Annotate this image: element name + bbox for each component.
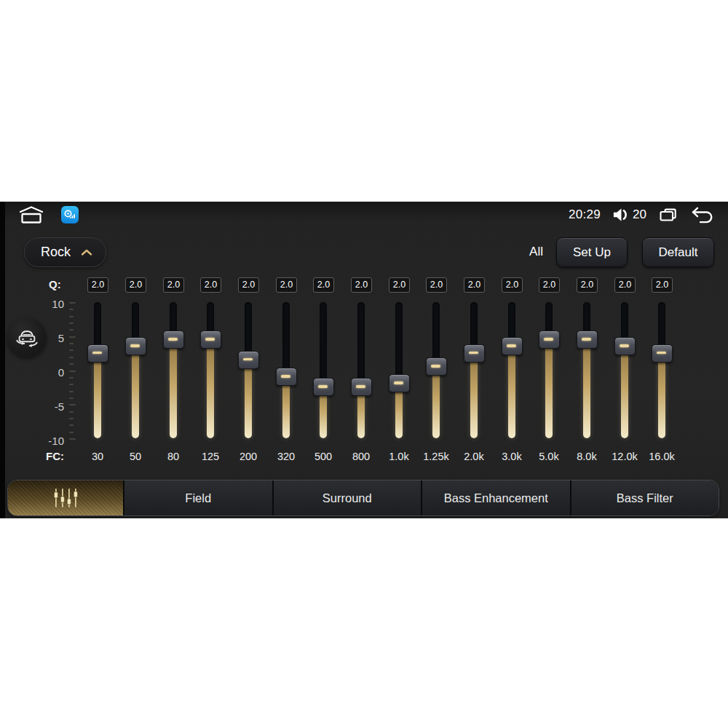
q-value-80[interactable]: 2.0 — [163, 277, 184, 293]
tab-bar: FieldSurroundBass EnhancementBass Filter — [7, 480, 719, 516]
slider-thumb-16.0k[interactable] — [652, 344, 673, 363]
screen-bezel-left — [0, 202, 5, 518]
q-value-3.0k[interactable]: 2.0 — [502, 277, 523, 293]
q-value-16.0k[interactable]: 2.0 — [652, 277, 673, 293]
fc-value-label: 16.0k — [643, 450, 681, 463]
q-value-800[interactable]: 2.0 — [351, 277, 372, 293]
screenshot-canvas: 20:29 20 — [0, 0, 728, 728]
q-value-12.0k[interactable]: 2.0 — [614, 277, 636, 293]
eq-band-80: 2.080 — [154, 277, 192, 468]
slider-thumb-800[interactable] — [351, 378, 372, 396]
tab-field[interactable]: Field — [124, 480, 274, 515]
slider-thumb-12.0k[interactable] — [614, 337, 636, 355]
tab-surround[interactable]: Surround — [274, 480, 423, 515]
slider-thumb-500[interactable] — [313, 378, 334, 396]
fc-value-label: 500 — [304, 450, 342, 463]
eq-band-8.0k: 2.08.0k — [568, 277, 606, 468]
tab-bass-enhancement[interactable]: Bass Enhancement — [422, 480, 571, 515]
equalizer-sliders-icon — [50, 487, 82, 509]
clock: 20:29 — [569, 207, 601, 222]
fc-value-label: 12.0k — [606, 450, 644, 463]
tab-field-label: Field — [185, 491, 211, 505]
ai-assistant-app-icon[interactable] — [61, 206, 79, 223]
q-value-8.0k[interactable]: 2.0 — [577, 277, 598, 293]
q-value-30[interactable]: 2.0 — [87, 277, 108, 293]
fc-value-label: 200 — [229, 450, 267, 463]
slider-fill — [94, 352, 101, 438]
recent-apps-icon[interactable] — [658, 206, 678, 223]
q-value-500[interactable]: 2.0 — [313, 277, 334, 293]
eq-band-1.0k: 2.01.0k — [380, 277, 418, 468]
speaker-icon — [612, 207, 629, 223]
q-value-5.0k[interactable]: 2.0 — [539, 277, 560, 293]
eq-band-30: 2.030 — [79, 277, 116, 468]
volume-level: 20 — [633, 207, 646, 222]
setup-button[interactable]: Set Up — [556, 237, 628, 267]
tab-bass-filter-label: Bass Filter — [617, 491, 673, 505]
slider-thumb-5.0k[interactable] — [539, 331, 560, 349]
slider-thumb-125[interactable] — [200, 331, 221, 349]
eq-bands: 2.0302.0502.0802.01252.02002.03202.05002… — [0, 277, 728, 468]
slider-thumb-2.0k[interactable] — [464, 344, 485, 363]
slider-fill — [508, 346, 515, 438]
fc-value-label: 2.0k — [455, 450, 493, 463]
slider-thumb-320[interactable] — [276, 368, 297, 386]
slider-fill — [470, 352, 478, 438]
tab-bass-filter[interactable]: Bass Filter — [571, 480, 719, 515]
eq-band-3.0k: 2.03.0k — [493, 277, 531, 468]
eq-band-12.0k: 2.012.0k — [606, 277, 644, 468]
equalizer-app: 20:29 20 — [0, 202, 728, 518]
q-value-1.0k[interactable]: 2.0 — [389, 277, 410, 293]
eq-band-1.25k: 2.01.25k — [417, 277, 455, 468]
all-label[interactable]: All — [529, 237, 543, 266]
eq-band-500: 2.0500 — [304, 277, 342, 468]
q-value-320[interactable]: 2.0 — [276, 277, 297, 293]
fc-value-label: 125 — [191, 450, 229, 463]
fc-value-label: 1.25k — [417, 450, 455, 463]
q-value-1.25k[interactable]: 2.0 — [426, 277, 447, 293]
back-icon[interactable] — [690, 206, 713, 223]
home-icon[interactable] — [17, 205, 45, 224]
q-value-125[interactable]: 2.0 — [200, 277, 221, 293]
preset-label: Rock — [41, 245, 71, 260]
fc-value-label: 320 — [267, 450, 305, 463]
fc-value-label: 30 — [79, 450, 116, 463]
eq-band-320: 2.0320 — [267, 277, 305, 468]
fc-value-label: 1.0k — [380, 450, 418, 463]
slider-fill — [545, 339, 553, 439]
slider-thumb-8.0k[interactable] — [577, 331, 598, 349]
slider-thumb-1.25k[interactable] — [426, 357, 447, 376]
tab-surround-label: Surround — [323, 491, 372, 505]
status-bar: 20:29 20 — [0, 202, 728, 228]
slider-fill — [621, 346, 628, 438]
slider-thumb-200[interactable] — [238, 351, 259, 369]
q-value-2.0k[interactable]: 2.0 — [464, 277, 485, 293]
slider-fill — [245, 359, 252, 438]
slider-fill — [207, 339, 214, 439]
slider-fill — [583, 339, 590, 439]
eq-band-2.0k: 2.02.0k — [455, 277, 493, 468]
slider-fill — [432, 366, 440, 438]
default-button[interactable]: Default — [642, 237, 714, 267]
slider-thumb-50[interactable] — [125, 337, 146, 355]
slider-fill — [170, 339, 177, 439]
eq-band-200: 2.0200 — [229, 277, 267, 468]
q-value-50[interactable]: 2.0 — [125, 277, 146, 293]
equalizer-panel: Q: FC: 1050-5-10 2.0302.0502.0802.01252.… — [0, 277, 728, 468]
slider-thumb-80[interactable] — [163, 331, 184, 349]
tab-equalizer[interactable] — [8, 480, 124, 515]
fc-value-label: 3.0k — [493, 450, 531, 463]
slider-fill — [132, 346, 139, 438]
slider-thumb-3.0k[interactable] — [502, 337, 523, 355]
chevron-up-icon — [81, 249, 92, 256]
slider-thumb-30[interactable] — [87, 344, 108, 363]
preset-dropdown[interactable]: Rock — [24, 237, 106, 267]
eq-band-5.0k: 2.05.0k — [530, 277, 568, 468]
q-value-200[interactable]: 2.0 — [238, 277, 259, 293]
eq-band-800: 2.0800 — [342, 277, 380, 468]
slider-thumb-1.0k[interactable] — [389, 374, 410, 392]
fc-value-label: 5.0k — [530, 450, 568, 463]
eq-band-16.0k: 2.016.0k — [643, 277, 681, 468]
eq-band-50: 2.050 — [116, 277, 154, 468]
slider-fill — [658, 352, 665, 438]
